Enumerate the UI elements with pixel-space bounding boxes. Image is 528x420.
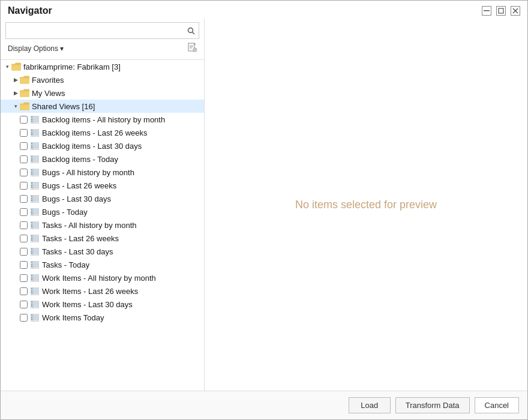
list-item[interactable]: Tasks - Last 30 days (1, 245, 204, 258)
svg-rect-21 (31, 116, 32, 118)
item-checkbox-wi-last26[interactable] (20, 287, 28, 295)
svg-rect-48 (34, 147, 38, 148)
item-checkbox-bi-last30[interactable] (20, 142, 28, 150)
list-item[interactable]: Work Items - All history by month (1, 271, 204, 284)
svg-rect-58 (31, 160, 32, 161)
svg-rect-25 (31, 121, 32, 122)
sidebar-item-favorites[interactable]: ▶ Favorites (1, 73, 204, 86)
list-item[interactable]: Bugs - Today (1, 205, 204, 218)
list-item[interactable]: Tasks - All history by month (1, 218, 204, 232)
svg-rect-142 (31, 262, 32, 263)
tree-container[interactable]: ▾ fabrikamprime: Fabrikam [3] ▶ (1, 60, 204, 391)
svg-rect-165 (34, 288, 38, 289)
list-item[interactable]: Backlog items - Last 26 weeks (1, 126, 204, 139)
item-label: Work Items - Last 26 weeks (42, 287, 138, 296)
item-checkbox-bi-today[interactable] (20, 155, 28, 163)
item-checkbox-wi-today[interactable] (20, 314, 28, 322)
item-checkbox-tasks-all[interactable] (20, 221, 28, 229)
svg-rect-65 (31, 169, 32, 170)
item-label: Bugs - Last 26 weeks (42, 181, 116, 190)
list-item[interactable]: Tasks - Today (1, 258, 204, 271)
item-checkbox-bugs-all[interactable] (20, 169, 28, 176)
svg-rect-124 (31, 239, 32, 241)
svg-rect-91 (31, 200, 32, 201)
query-icon (30, 142, 40, 150)
item-label: Bugs - Today (42, 208, 88, 217)
display-options-button[interactable]: Display Options ▾ (5, 43, 66, 54)
svg-rect-146 (31, 266, 32, 267)
expand-arrow-my-views: ▶ (11, 89, 20, 97)
svg-rect-136 (34, 253, 38, 254)
item-checkbox-bugs-last26[interactable] (20, 182, 28, 190)
svg-rect-45 (31, 145, 32, 146)
svg-rect-189 (34, 317, 38, 318)
tree-root-item[interactable]: ▾ fabrikamprime: Fabrikam [3] (1, 60, 204, 73)
search-button[interactable] (183, 23, 199, 38)
svg-rect-156 (34, 277, 38, 278)
svg-rect-47 (31, 147, 32, 148)
list-item[interactable]: Tasks - Last 26 weeks (1, 232, 204, 245)
restore-button[interactable] (496, 6, 506, 16)
query-icon (30, 128, 40, 137)
item-checkbox-tasks-last30[interactable] (20, 248, 28, 256)
svg-rect-190 (31, 319, 32, 320)
query-icon (30, 274, 40, 282)
svg-rect-166 (31, 290, 32, 292)
svg-rect-121 (34, 235, 38, 236)
svg-rect-98 (31, 209, 32, 210)
sidebar-item-my-views[interactable]: ▶ My Views (1, 86, 204, 100)
svg-rect-33 (34, 130, 38, 131)
item-label: Bugs - Last 30 days (42, 194, 111, 203)
svg-rect-133 (31, 251, 32, 252)
sidebar-item-shared-views[interactable]: ▾ Shared Views [16] (1, 100, 204, 113)
svg-rect-144 (31, 264, 32, 265)
list-item[interactable]: Work Items - Last 26 weeks (1, 284, 204, 298)
query-icon (30, 234, 40, 242)
list-item[interactable]: Bugs - All history by month (1, 166, 204, 179)
item-label: Tasks - Last 30 days (42, 247, 113, 256)
query-icon (30, 194, 40, 203)
navigator-window: Navigator (0, 0, 528, 420)
list-item[interactable]: Backlog items - Last 30 days (1, 139, 204, 152)
svg-rect-109 (31, 222, 32, 223)
list-item[interactable]: Backlog items - All history by month (1, 113, 204, 126)
svg-rect-178 (34, 304, 38, 305)
svg-rect-76 (31, 182, 32, 184)
svg-rect-68 (34, 172, 38, 173)
close-button[interactable] (511, 6, 520, 16)
transform-data-button[interactable]: Transform Data (395, 397, 470, 413)
svg-rect-143 (34, 262, 38, 263)
svg-rect-180 (34, 305, 38, 307)
list-item[interactable]: Bugs - Last 26 weeks (1, 179, 204, 192)
svg-rect-69 (31, 173, 32, 175)
item-checkbox-bi-last26[interactable] (20, 129, 28, 137)
favorites-label: Favorites (32, 76, 64, 85)
item-checkbox-bugs-today[interactable] (20, 208, 28, 216)
list-item[interactable]: Bugs - Last 30 days (1, 192, 204, 205)
svg-rect-67 (31, 172, 32, 173)
item-checkbox-wi-all[interactable] (20, 274, 28, 282)
folder-icon-my-views (20, 88, 29, 98)
item-checkbox-bugs-last30[interactable] (20, 195, 28, 203)
svg-rect-168 (31, 292, 32, 293)
list-item[interactable]: Work Items - Last 30 days (1, 298, 204, 311)
item-checkbox-tasks-today[interactable] (20, 261, 28, 269)
list-item[interactable]: Backlog items - Today (1, 152, 204, 166)
new-query-button[interactable] (185, 41, 199, 56)
svg-rect-169 (34, 292, 38, 293)
list-item[interactable]: Work Items Today (1, 311, 204, 324)
item-checkbox-tasks-last26[interactable] (20, 235, 28, 242)
item-checkbox-bi-all-history[interactable] (20, 116, 28, 124)
item-checkbox-wi-last30[interactable] (20, 301, 28, 308)
minimize-button[interactable] (482, 6, 491, 16)
svg-rect-122 (31, 238, 32, 239)
footer: Load Transform Data Cancel (1, 391, 527, 419)
item-label: Work Items Today (42, 313, 104, 322)
search-input[interactable] (6, 24, 183, 38)
load-button[interactable]: Load (349, 397, 391, 413)
svg-rect-132 (34, 248, 38, 250)
svg-rect-46 (34, 145, 38, 146)
cancel-button[interactable]: Cancel (475, 397, 519, 413)
svg-rect-77 (34, 182, 38, 184)
window-title: Navigator (8, 5, 52, 16)
